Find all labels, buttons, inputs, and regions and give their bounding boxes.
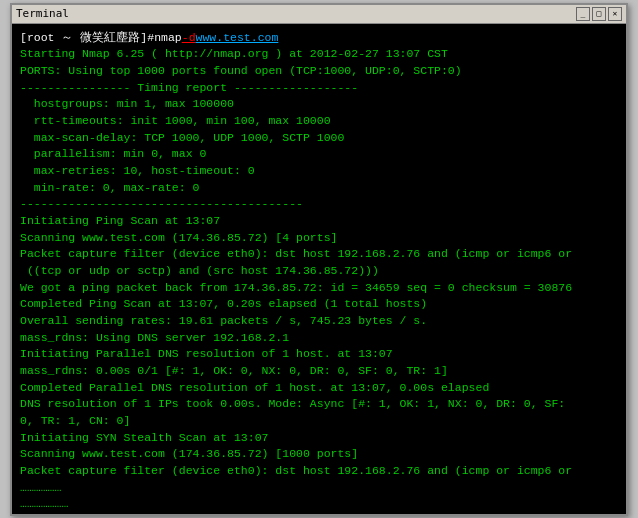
terminal-line: ((tcp or udp or sctp) and (src host 174.… bbox=[20, 263, 618, 280]
terminal-line: 0, TR: 1, CN: 0] bbox=[20, 413, 618, 430]
terminal-line: mass_rdns: 0.00s 0/1 [#: 1, OK: 0, NX: 0… bbox=[20, 363, 618, 380]
terminal-line: max-retries: 10, host-timeout: 0 bbox=[20, 163, 618, 180]
terminal-line: Initiating Ping Scan at 13:07 bbox=[20, 213, 618, 230]
terminal-lines: Starting Nmap 6.25 ( http://nmap.org ) a… bbox=[20, 46, 618, 513]
title-label: Terminal bbox=[16, 7, 69, 20]
terminal-line: ---------------- Timing report ---------… bbox=[20, 80, 618, 97]
terminal-line: Initiating Parallel DNS resolution of 1 … bbox=[20, 346, 618, 363]
terminal-line: parallelism: min 0, max 0 bbox=[20, 146, 618, 163]
terminal-line: Scanning www.test.com (174.36.85.72) [10… bbox=[20, 446, 618, 463]
prompt-user: [root ～ 微笑紅塵路]# bbox=[20, 30, 154, 47]
terminal-line: Overall sending rates: 19.61 packets / s… bbox=[20, 313, 618, 330]
terminal-line: Starting Nmap 6.25 ( http://nmap.org ) a… bbox=[20, 46, 618, 63]
terminal-line: Initiating SYN Stealth Scan at 13:07 bbox=[20, 430, 618, 447]
terminal-line: ……………… bbox=[20, 480, 618, 497]
terminal-line: max-scan-delay: TCP 1000, UDP 1000, SCTP… bbox=[20, 130, 618, 147]
minimize-button[interactable]: _ bbox=[576, 7, 590, 21]
terminal-line: PORTS: Using top 1000 ports found open (… bbox=[20, 63, 618, 80]
terminal-line: Scanning www.test.com (174.36.85.72) [4 … bbox=[20, 230, 618, 247]
terminal-line: ----------------------------------------… bbox=[20, 196, 618, 213]
terminal-line: Packet capture filter (device eth0): dst… bbox=[20, 246, 618, 263]
close-button[interactable]: ✕ bbox=[608, 7, 622, 21]
terminal-line: hostgroups: min 1, max 100000 bbox=[20, 96, 618, 113]
terminal-line: Completed Ping Scan at 13:07, 0.20s elap… bbox=[20, 296, 618, 313]
title-bar: Terminal _ □ ✕ bbox=[12, 5, 626, 24]
terminal-line: ………………… bbox=[20, 496, 618, 513]
cmd-before: nmap bbox=[154, 30, 182, 47]
terminal-line: min-rate: 0, max-rate: 0 bbox=[20, 180, 618, 197]
terminal-line: Packet capture filter (device eth0): dst… bbox=[20, 463, 618, 480]
terminal-line: mass_rdns: Using DNS server 192.168.2.1 bbox=[20, 330, 618, 347]
title-bar-left: Terminal bbox=[16, 7, 69, 20]
terminal-line: Completed Parallel DNS resolution of 1 h… bbox=[20, 380, 618, 397]
terminal-output: [root ～ 微笑紅塵路]# nmap -d www.test.com Sta… bbox=[12, 24, 626, 514]
title-bar-buttons: _ □ ✕ bbox=[576, 7, 622, 21]
terminal-line: rtt-timeouts: init 1000, min 100, max 10… bbox=[20, 113, 618, 130]
maximize-button[interactable]: □ bbox=[592, 7, 606, 21]
cmd-target: www.test.com bbox=[196, 30, 279, 47]
command-line: [root ～ 微笑紅塵路]# nmap -d www.test.com bbox=[20, 30, 618, 47]
terminal-window: Terminal _ □ ✕ [root ～ 微笑紅塵路]# nmap -d w… bbox=[10, 3, 628, 516]
cmd-flag: -d bbox=[182, 30, 196, 47]
terminal-line: DNS resolution of 1 IPs took 0.00s. Mode… bbox=[20, 396, 618, 413]
terminal-line: We got a ping packet back from 174.36.85… bbox=[20, 280, 618, 297]
